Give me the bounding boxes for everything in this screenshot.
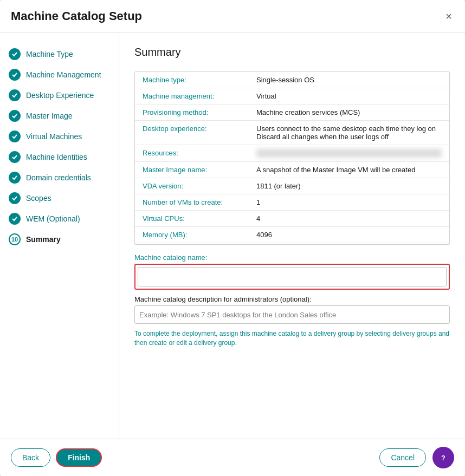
form-section: Machine catalog name: Machine catalog de… <box>134 253 450 348</box>
catalog-desc-label: Machine catalog description for administ… <box>134 295 450 303</box>
sidebar-item-label: Desktop Experience <box>26 91 94 100</box>
table-row: Memory (MB):4096 <box>135 227 449 243</box>
table-row: Virtual CPUs:4 <box>135 211 449 227</box>
footer-left: Back Finish <box>11 448 102 467</box>
sidebar-item-label: Machine Identities <box>26 153 87 161</box>
check-icon <box>9 48 21 60</box>
sidebar-item-label: Master Image <box>26 112 73 120</box>
sidebar-item-desktop-experience[interactable]: Desktop Experience <box>0 85 119 106</box>
sidebar-item-wem-optional[interactable]: WEM (Optional) <box>0 208 119 229</box>
sidebar-item-label: Domain credentials <box>26 173 91 182</box>
summary-value <box>256 149 442 158</box>
check-icon <box>9 69 21 81</box>
machine-catalog-dialog: Machine Catalog Setup × Machine Type <box>0 0 465 476</box>
summary-value: 1811 (or later) <box>256 182 442 190</box>
sidebar: Machine Type Machine Management Desktop … <box>0 33 119 439</box>
catalog-desc-group: Machine catalog description for administ… <box>134 295 450 324</box>
table-row: Provisioning method:Machine creation ser… <box>135 105 449 121</box>
summary-key: Number of VMs to create: <box>143 198 256 206</box>
summary-value: Virtual <box>256 92 442 100</box>
summary-key: Memory (MB): <box>143 231 256 239</box>
summary-key: Resources: <box>143 149 256 158</box>
summary-value: Users connect to the same desktop each t… <box>256 125 442 141</box>
check-icon <box>9 172 21 184</box>
table-row: Number of VMs to create:1 <box>135 194 449 211</box>
close-button[interactable]: × <box>443 9 454 24</box>
summary-key: Machine type: <box>143 76 256 84</box>
catalog-name-group: Machine catalog name: <box>134 253 450 290</box>
sidebar-item-label: Scopes <box>26 194 51 203</box>
svg-text:?: ? <box>441 454 445 462</box>
main-content: Summary Machine type:Single-session OSMa… <box>119 33 465 439</box>
sidebar-item-label: WEM (Optional) <box>26 214 80 223</box>
summary-key: Virtual CPUs: <box>143 214 256 223</box>
finish-button[interactable]: Finish <box>56 448 102 467</box>
check-icon <box>9 89 21 101</box>
summary-key: Machine management: <box>143 92 256 100</box>
step-number: 10 <box>9 233 21 245</box>
catalog-desc-input[interactable] <box>134 305 450 324</box>
sidebar-item-machine-identities[interactable]: Machine Identities <box>0 147 119 167</box>
sidebar-item-master-image[interactable]: Master Image <box>0 106 119 126</box>
sidebar-item-label: Summary <box>26 235 61 244</box>
catalog-name-label: Machine catalog name: <box>134 253 450 262</box>
dialog-header: Machine Catalog Setup × <box>0 0 465 33</box>
sidebar-item-domain-credentials[interactable]: Domain credentials <box>0 167 119 188</box>
sidebar-item-label: Virtual Machines <box>26 132 82 141</box>
summary-key: VDA version: <box>143 182 256 190</box>
summary-value: 4 <box>256 214 442 223</box>
table-row: Desktop experience:Users connect to the … <box>135 121 449 145</box>
sidebar-item-label: Machine Type <box>26 50 73 58</box>
summary-value: A snapshot of the Master Image VM will b… <box>256 166 442 174</box>
sidebar-item-label: Machine Management <box>26 70 101 79</box>
cancel-button[interactable]: Cancel <box>379 448 426 467</box>
hint-text: To complete the deployment, assign this … <box>134 329 450 348</box>
section-title: Summary <box>134 46 450 58</box>
catalog-name-highlight <box>134 264 450 290</box>
sidebar-item-machine-type[interactable]: Machine Type <box>0 44 119 64</box>
check-icon <box>9 110 21 122</box>
summary-key: Provisioning method: <box>143 108 256 116</box>
check-icon <box>9 151 21 163</box>
dialog-footer: Back Finish Cancel ? <box>0 439 465 476</box>
back-button[interactable]: Back <box>11 448 50 467</box>
help-icon: ? <box>437 452 449 464</box>
catalog-name-input[interactable] <box>138 267 447 286</box>
dialog-title: Machine Catalog Setup <box>11 9 142 23</box>
sidebar-item-virtual-machines[interactable]: Virtual Machines <box>0 126 119 147</box>
summary-value: 4096 <box>256 231 442 239</box>
table-row: VDA version:1811 (or later) <box>135 178 449 194</box>
table-row: Master Image name:A snapshot of the Mast… <box>135 162 449 178</box>
summary-value: Machine creation services (MCS) <box>256 108 442 116</box>
summary-key: Desktop experience: <box>143 125 256 141</box>
summary-table: Machine type:Single-session OSMachine ma… <box>134 71 450 245</box>
table-row: Resources: <box>135 145 449 162</box>
sidebar-item-summary[interactable]: 10 Summary <box>0 229 119 250</box>
table-row: Hard disk (GB):52 <box>135 243 449 245</box>
dialog-body: Machine Type Machine Management Desktop … <box>0 33 465 439</box>
summary-value: Single-session OS <box>256 76 442 84</box>
table-row: Machine type:Single-session OS <box>135 72 449 88</box>
table-row: Machine management:Virtual <box>135 88 449 105</box>
help-button[interactable]: ? <box>432 447 454 468</box>
summary-value: 1 <box>256 198 442 206</box>
summary-key: Master Image name: <box>143 166 256 174</box>
check-icon <box>9 213 21 225</box>
sidebar-item-scopes[interactable]: Scopes <box>0 188 119 208</box>
check-icon <box>9 131 21 142</box>
footer-right: Cancel ? <box>379 447 454 468</box>
sidebar-item-machine-management[interactable]: Machine Management <box>0 64 119 85</box>
check-icon <box>9 192 21 204</box>
